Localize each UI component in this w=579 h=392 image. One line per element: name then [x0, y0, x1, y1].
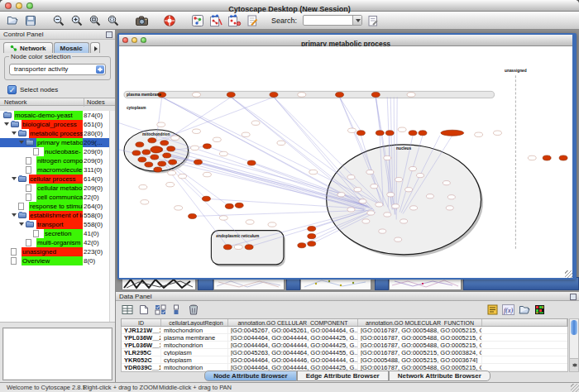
- selected-node[interactable]: [151, 146, 162, 153]
- tab-overflow-icon[interactable]: [90, 42, 100, 53]
- selected-node[interactable]: [132, 151, 141, 155]
- node[interactable]: [371, 184, 378, 189]
- selected-node[interactable]: [163, 153, 171, 158]
- node[interactable]: [379, 229, 386, 233]
- selected-node[interactable]: [167, 146, 175, 151]
- save-session-icon[interactable]: [23, 13, 38, 28]
- node[interactable]: [417, 173, 424, 177]
- selected-node[interactable]: [308, 234, 316, 239]
- node[interactable]: [157, 122, 165, 127]
- node[interactable]: [359, 199, 366, 203]
- node[interactable]: [384, 155, 391, 160]
- node[interactable]: [362, 219, 370, 223]
- node[interactable]: [166, 182, 175, 186]
- create-network-view-icon[interactable]: [227, 13, 242, 28]
- node[interactable]: [395, 178, 403, 182]
- expand-arrow-icon[interactable]: [12, 131, 17, 137]
- selected-node[interactable]: [194, 160, 203, 165]
- node[interactable]: [219, 216, 227, 220]
- tree-row[interactable]: secretion41(0): [0, 229, 115, 238]
- node[interactable]: [168, 170, 176, 174]
- node[interactable]: [175, 206, 183, 210]
- selected-node[interactable]: [441, 130, 464, 136]
- delete-attribute-icon[interactable]: [187, 304, 199, 316]
- node[interactable]: [219, 151, 227, 155]
- selected-node[interactable]: [148, 138, 156, 143]
- zoom-selected-icon[interactable]: [88, 13, 103, 28]
- tree-row[interactable]: transport558(0): [0, 220, 115, 229]
- layout-icon[interactable]: [190, 13, 205, 28]
- destroy-network-view-icon[interactable]: [208, 13, 223, 28]
- import-attributes-icon[interactable]: [518, 304, 530, 316]
- selected-node[interactable]: [543, 155, 551, 160]
- frame-zoom-icon[interactable]: [141, 37, 146, 43]
- scrollbar-thumb[interactable]: [571, 320, 577, 335]
- tree-row[interactable]: unassigned223(0): [0, 247, 115, 256]
- selected-node[interactable]: [223, 245, 232, 250]
- frame-resize-grip-icon[interactable]: [565, 270, 572, 278]
- node[interactable]: [410, 206, 418, 210]
- tab-network[interactable]: Network: [3, 42, 53, 53]
- select-nodes-checkbox[interactable]: [7, 85, 17, 94]
- node[interactable]: [354, 188, 361, 192]
- selected-node[interactable]: [298, 243, 306, 248]
- node[interactable]: [400, 219, 408, 223]
- node[interactable]: [443, 181, 450, 185]
- tree-row[interactable]: cell communicat22(0): [0, 193, 115, 202]
- node[interactable]: [309, 170, 318, 174]
- selected-node[interactable]: [245, 245, 253, 250]
- zoom-window-icon[interactable]: [26, 2, 33, 9]
- node[interactable]: [409, 166, 417, 170]
- open-session-icon[interactable]: [5, 13, 20, 28]
- frame-close-icon[interactable]: [122, 37, 128, 43]
- select-attributes-icon[interactable]: [154, 304, 166, 316]
- selected-node[interactable]: [203, 144, 211, 149]
- browser-tab-3[interactable]: Network Attribute Browser: [389, 370, 490, 381]
- new-attribute-icon[interactable]: [137, 304, 150, 316]
- node[interactable]: [337, 193, 345, 197]
- selected-node[interactable]: [371, 92, 380, 97]
- node[interactable]: [387, 193, 395, 197]
- table-column-header[interactable]: annotation.GO MOLECULAR_FUNCTION: [358, 319, 482, 326]
- selected-node[interactable]: [145, 162, 153, 167]
- expand-arrow-icon[interactable]: [19, 141, 24, 146]
- tree-row[interactable]: nucleobase-209(0): [0, 147, 115, 156]
- node[interactable]: [367, 211, 375, 215]
- unselect-attributes-icon[interactable]: [170, 304, 183, 316]
- node[interactable]: [268, 222, 276, 227]
- node[interactable]: [277, 141, 285, 145]
- selected-node[interactable]: [356, 131, 365, 136]
- selected-node[interactable]: [270, 92, 278, 97]
- selected-node[interactable]: [235, 203, 243, 208]
- tree-row[interactable]: Overview8(0): [0, 256, 115, 265]
- tree-row[interactable]: biological_process651(0): [0, 120, 115, 129]
- network-view-frame[interactable]: primary metabolic process plasma membran…: [117, 33, 577, 280]
- node[interactable]: [447, 195, 455, 199]
- node[interactable]: [203, 172, 211, 176]
- close-window-icon[interactable]: [5, 2, 12, 9]
- selected-node[interactable]: [202, 196, 210, 201]
- selected-node[interactable]: [169, 160, 177, 165]
- search-input[interactable]: [303, 15, 362, 26]
- node[interactable]: [193, 129, 201, 133]
- table-row[interactable]: YKR052Ccytoplasm[GO:0044464, GO:0044446,…: [122, 356, 567, 364]
- zoom-fit-icon[interactable]: [106, 13, 121, 28]
- table-column-header[interactable]: _cellularLayoutRegion: [161, 319, 228, 326]
- attribute-matrix-icon[interactable]: [534, 304, 546, 316]
- selected-node[interactable]: [247, 160, 256, 165]
- tree-row[interactable]: mosaic-demo-yeast874(0): [0, 111, 115, 120]
- tab-mosaic[interactable]: Mosaic: [54, 42, 89, 53]
- node[interactable]: [213, 137, 221, 141]
- tree-row[interactable]: cellular metabo209(0): [0, 184, 115, 193]
- minimize-window-icon[interactable]: [16, 2, 22, 9]
- table-row[interactable]: YLR295Ccytoplasm[GO:0045263, GO:0044464,…: [122, 349, 567, 356]
- expand-arrow-icon[interactable]: [12, 177, 17, 183]
- table-column-header[interactable]: ID: [122, 319, 161, 326]
- attribute-list-icon[interactable]: [486, 304, 499, 316]
- expand-arrow-icon[interactable]: [12, 213, 17, 219]
- expand-arrow-icon[interactable]: [4, 122, 9, 128]
- selected-node[interactable]: [419, 131, 427, 136]
- selected-node[interactable]: [385, 131, 394, 136]
- selected-node[interactable]: [160, 141, 169, 146]
- table-column-header[interactable]: annotation.GO CELLULAR_COMPONENT: [228, 319, 358, 326]
